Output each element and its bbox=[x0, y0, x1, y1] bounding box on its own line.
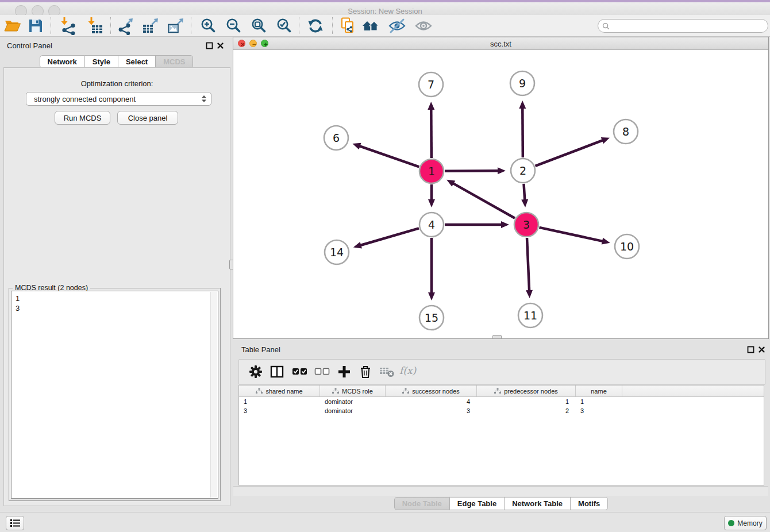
graph-edge-4-14[interactable] bbox=[353, 228, 419, 248]
graph-node-label: 10 bbox=[620, 240, 634, 253]
arrowhead-icon bbox=[602, 238, 610, 245]
import-network-icon[interactable] bbox=[59, 17, 77, 35]
save-icon[interactable] bbox=[26, 17, 45, 35]
table-footer-strip bbox=[233, 486, 768, 496]
gear-icon[interactable] bbox=[248, 364, 263, 379]
graph-node-11[interactable]: 11 bbox=[518, 303, 542, 327]
export-network-icon[interactable] bbox=[117, 17, 135, 35]
float-panel-icon[interactable] bbox=[747, 346, 754, 353]
tab-edge-table[interactable]: Edge Table bbox=[450, 497, 505, 510]
unchecked-boxes-icon[interactable] bbox=[314, 364, 330, 379]
graph-node-4[interactable]: 4 bbox=[419, 213, 444, 237]
birdseye-view-icon[interactable] bbox=[414, 17, 433, 35]
close-panel-icon[interactable] bbox=[217, 42, 224, 49]
tab-network-table[interactable]: Network Table bbox=[505, 497, 571, 510]
graph-node-2[interactable]: 2 bbox=[511, 159, 535, 183]
table-row[interactable]: 1dominator411 bbox=[239, 397, 764, 406]
tab-select[interactable]: Select bbox=[118, 55, 156, 68]
window-title: Session: New Session bbox=[0, 7, 770, 16]
export-table-icon[interactable] bbox=[141, 17, 160, 35]
network-view-window: scc.txt 7968124314101511 bbox=[233, 37, 769, 339]
horizontal-splitter-handle[interactable] bbox=[492, 335, 502, 339]
graph-edge-4-15[interactable] bbox=[428, 238, 435, 300]
arrowhead-icon bbox=[428, 199, 435, 207]
graph-node-9[interactable]: 9 bbox=[510, 71, 534, 95]
graph-edge-3-10[interactable] bbox=[539, 228, 610, 245]
network-graph-canvas[interactable]: 7968124314101511 bbox=[233, 50, 768, 338]
refresh-icon[interactable] bbox=[306, 17, 325, 35]
import-table-icon[interactable] bbox=[86, 17, 104, 35]
table-panel-title: Table Panel bbox=[241, 345, 280, 354]
result-scrollbar[interactable] bbox=[210, 292, 217, 498]
graph-edge-1-7[interactable] bbox=[428, 102, 434, 158]
search-input[interactable] bbox=[612, 21, 768, 30]
toolbar-separator bbox=[110, 17, 111, 34]
delete-table-icon[interactable] bbox=[379, 364, 395, 379]
column-header-predecessor-nodes[interactable]: predecessor nodes bbox=[477, 385, 576, 396]
table-row[interactable]: 3dominator323 bbox=[239, 406, 764, 415]
column-type-icon bbox=[402, 388, 409, 394]
open-folder-icon[interactable] bbox=[3, 17, 22, 35]
column-header-shared-name[interactable]: shared name bbox=[239, 385, 320, 396]
graph-edge-2-8[interactable] bbox=[536, 137, 610, 166]
zoom-in-icon[interactable] bbox=[199, 17, 217, 35]
mcds-panel: Optimization criterion: strongly connect… bbox=[3, 67, 230, 506]
graph-node-3[interactable]: 3 bbox=[514, 213, 538, 237]
graph-node-label: 4 bbox=[428, 218, 435, 231]
graph-node-label: 2 bbox=[519, 164, 526, 177]
graph-node-1[interactable]: 1 bbox=[419, 159, 444, 183]
zoom-out-icon[interactable] bbox=[224, 17, 242, 35]
eye-slash-icon[interactable] bbox=[388, 17, 406, 35]
graph-edge-4-3[interactable] bbox=[445, 221, 509, 228]
zoom-fit-icon[interactable] bbox=[249, 17, 268, 35]
checked-boxes-icon[interactable] bbox=[292, 364, 307, 379]
search-field[interactable] bbox=[598, 19, 768, 33]
criterion-dropdown[interactable]: strongly connected component bbox=[26, 92, 211, 106]
toolbar-separator bbox=[51, 17, 51, 34]
plus-icon[interactable] bbox=[337, 364, 352, 379]
optimization-criterion-label: Optimization criterion: bbox=[4, 79, 230, 88]
memory-button[interactable]: Memory bbox=[724, 516, 767, 530]
tab-motifs[interactable]: Motifs bbox=[571, 497, 608, 510]
mcds-result-textarea[interactable]: 1 3 bbox=[11, 291, 218, 499]
graph-node-label: 11 bbox=[523, 309, 537, 322]
zoom-selected-icon[interactable] bbox=[275, 17, 293, 35]
toggle-columns-icon[interactable] bbox=[270, 364, 284, 379]
close-panel-button[interactable]: Close panel bbox=[117, 111, 178, 125]
float-panel-icon[interactable] bbox=[206, 42, 213, 49]
graph-edge-3-1[interactable] bbox=[446, 180, 515, 218]
close-panel-icon[interactable] bbox=[758, 346, 765, 353]
graph-edge-2-3[interactable] bbox=[521, 184, 528, 207]
tab-network[interactable]: Network bbox=[40, 55, 85, 68]
run-mcds-button[interactable]: Run MCDS bbox=[55, 111, 110, 125]
tab-mcds[interactable]: MCDS bbox=[156, 55, 193, 68]
tab-style[interactable]: Style bbox=[85, 55, 118, 68]
column-type-icon bbox=[494, 388, 501, 394]
export-image-icon[interactable] bbox=[167, 17, 185, 35]
column-header-MCDS-role[interactable]: MCDS role bbox=[320, 385, 386, 396]
graph-node-14[interactable]: 14 bbox=[325, 240, 349, 264]
graph-edge-3-11[interactable] bbox=[526, 238, 533, 298]
graph-edge-2-9[interactable] bbox=[519, 101, 526, 157]
graph-edge-1-2[interactable] bbox=[445, 167, 506, 174]
graph-node-6[interactable]: 6 bbox=[324, 126, 348, 150]
task-history-button[interactable] bbox=[6, 516, 24, 530]
tab-node-table[interactable]: Node Table bbox=[394, 497, 450, 510]
column-header-successor-nodes[interactable]: successor nodes bbox=[386, 385, 477, 396]
status-bar: Memory bbox=[0, 512, 770, 532]
graph-edge-1-6[interactable] bbox=[352, 143, 419, 167]
mcds-result-text: 1 3 bbox=[16, 294, 20, 313]
clone-network-view-icon[interactable] bbox=[338, 17, 357, 35]
double-home-icon[interactable] bbox=[362, 17, 380, 35]
graph-node-15[interactable]: 15 bbox=[419, 306, 444, 330]
trash-icon[interactable] bbox=[358, 364, 373, 379]
network-window-titlebar[interactable]: scc.txt bbox=[233, 37, 768, 50]
arrowhead-icon bbox=[352, 143, 361, 149]
column-header-name[interactable]: name bbox=[576, 385, 622, 396]
graph-edge-1-4[interactable] bbox=[428, 184, 435, 207]
toolbar-separator bbox=[332, 17, 333, 34]
graph-node-10[interactable]: 10 bbox=[615, 234, 639, 259]
graph-node-8[interactable]: 8 bbox=[614, 119, 638, 144]
title-bar: Session: New Session bbox=[0, 2, 770, 15]
graph-node-7[interactable]: 7 bbox=[419, 72, 443, 97]
